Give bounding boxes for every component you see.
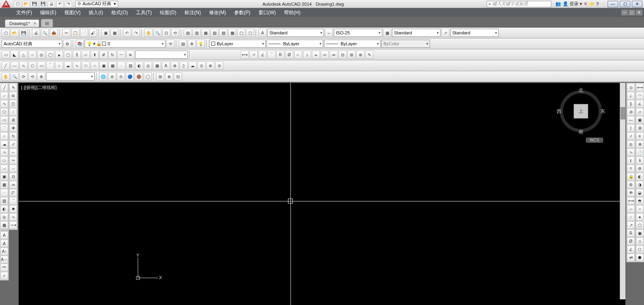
open-icon[interactable]: 📂	[22, 1, 30, 7]
new-tab-button[interactable]: ▤	[41, 19, 53, 27]
join-icon[interactable]: ⫘	[9, 181, 17, 189]
coincident-icon[interactable]: ⊙	[627, 84, 635, 91]
maximize-button[interactable]: ▢	[620, 1, 630, 7]
redo-icon[interactable]: ↷	[65, 1, 72, 7]
save-icon[interactable]: 💾	[31, 1, 38, 7]
rectangle-icon[interactable]: ▭	[0, 116, 8, 124]
properties-icon[interactable]: ▤	[184, 29, 192, 37]
dimstyle-icon[interactable]: ↔	[325, 29, 333, 37]
makeblock-icon[interactable]: ▦	[108, 61, 117, 70]
point2-icon[interactable]: ·	[117, 61, 125, 70]
mirror-icon[interactable]: ◫	[9, 100, 17, 108]
blockins-icon[interactable]: ▦	[110, 29, 119, 37]
ellipsearc-icon[interactable]: ⌓	[91, 61, 99, 70]
scale-icon[interactable]: ⤢	[9, 140, 17, 148]
ucsworld-icon[interactable]: ⊞	[156, 72, 164, 80]
trim-icon[interactable]: ✂	[9, 157, 17, 164]
scaletext-icon[interactable]: A↕	[0, 248, 8, 255]
dimconvert-icon[interactable]: ⇄	[627, 254, 635, 261]
save-dwg-icon[interactable]: 💾	[19, 29, 28, 37]
vertical-icon[interactable]: |	[627, 124, 635, 132]
gradient2-icon[interactable]: ◐	[0, 205, 8, 213]
equal-icon[interactable]: =	[627, 165, 635, 172]
zoom-rt-icon[interactable]: 🔍	[153, 29, 161, 37]
dimalign-icon[interactable]: ↗	[627, 221, 635, 229]
blockdef-icon[interactable]: ▣	[102, 29, 110, 37]
dim-diameter-icon[interactable]: Ø	[285, 51, 293, 59]
linetype-dropdown[interactable]: ByLayer	[267, 40, 323, 48]
dim-radius-icon[interactable]: R	[276, 51, 284, 59]
smooth-icon[interactable]: ∿	[627, 148, 635, 156]
ucsprev-icon[interactable]: ⊗	[165, 72, 173, 80]
colinear-icon[interactable]: ⫽	[627, 132, 635, 140]
matchprop-icon[interactable]: 🖌	[89, 29, 97, 37]
dim-angular-icon[interactable]: ∠	[258, 51, 267, 59]
dim-baseline-icon[interactable]: ⫨	[312, 51, 320, 59]
ucsface-icon[interactable]: ⊟	[174, 72, 182, 80]
sphere-icon[interactable]: ○	[28, 51, 36, 59]
revcloud2-icon[interactable]: ☁	[189, 61, 197, 70]
break-icon[interactable]: ⊟	[9, 173, 17, 180]
extend-icon[interactable]: →	[9, 165, 17, 172]
solidhistory-dropdown[interactable]	[135, 51, 188, 59]
viewconcept-icon[interactable]: ⊘	[108, 72, 116, 80]
ucs-icon[interactable]: X Y	[134, 254, 162, 283]
lineweight-dropdown[interactable]: ByLayer	[324, 40, 381, 48]
viewshade2-icon[interactable]: 🟤	[135, 72, 143, 80]
namedview-dropdown[interactable]	[46, 72, 95, 80]
inq-a-icon[interactable]: ◐	[636, 173, 644, 180]
zoom-prev-icon[interactable]: ⟲	[171, 29, 179, 37]
inq-g-icon[interactable]: ▢	[636, 221, 644, 229]
inq-d-icon[interactable]: ◓	[636, 197, 644, 205]
steeringwheel-icon[interactable]: ⊕	[37, 72, 45, 80]
orbitfree-icon[interactable]: ⟲	[28, 72, 36, 80]
viewport-label[interactable]: [-][俯视][二维线框]	[21, 85, 57, 91]
dist-icon[interactable]: ⟷	[636, 84, 644, 91]
polygon-icon[interactable]: ⬠	[28, 61, 36, 70]
presspull-icon[interactable]: ⇵	[100, 51, 108, 59]
circle2-icon[interactable]: ○	[0, 132, 8, 140]
close-tab-icon[interactable]: ✕	[33, 21, 36, 25]
dimdia-icon[interactable]: Ø	[627, 237, 635, 245]
viewcube[interactable]: 北 南 西 东 上	[557, 87, 605, 136]
mdi-min[interactable]: —	[621, 10, 628, 15]
layer-prev-icon[interactable]: ⟲	[166, 40, 174, 48]
dimhorz-icon[interactable]: ↔	[627, 205, 635, 213]
erase-icon[interactable]: ✎	[9, 84, 17, 91]
unused1-icon[interactable]: ⊙	[197, 61, 205, 70]
dim-aligned-icon[interactable]: ↗	[250, 51, 258, 59]
torus-icon[interactable]: ◯	[46, 51, 54, 59]
help-icon[interactable]: ?	[596, 2, 599, 6]
insert2-icon[interactable]: ▣	[100, 61, 108, 70]
viewreal-icon[interactable]: 🌐	[99, 72, 107, 80]
menu-dimension[interactable]: 标注(N)	[180, 8, 205, 17]
planarsurf-icon[interactable]: ▱	[82, 51, 90, 59]
table2-icon[interactable]: ▦	[153, 61, 161, 70]
cone-icon[interactable]: △	[19, 51, 28, 59]
publish-icon[interactable]: 📤	[50, 29, 58, 37]
menu-window[interactable]: 窗口(W)	[254, 8, 280, 17]
wedge-icon[interactable]: ◣	[11, 51, 19, 59]
viewcube-top[interactable]: 上	[574, 104, 588, 119]
workspace-settings-icon[interactable]: ⚙	[63, 40, 71, 48]
dimlinear-icon[interactable]: ⟷	[627, 197, 635, 205]
mtext-icon[interactable]: A	[162, 61, 170, 70]
addsel-icon[interactable]: ⊕	[171, 61, 179, 70]
menu-insert[interactable]: 插入(I)	[85, 8, 107, 17]
scrollbar-thumb[interactable]	[621, 107, 625, 119]
dimradius-icon[interactable]: R	[627, 229, 635, 237]
dim-linear-icon[interactable]: ⟷	[241, 51, 249, 59]
new-dwg-icon[interactable]: ▢	[2, 29, 10, 37]
revolve-icon[interactable]: ↻	[108, 51, 117, 59]
viewcube-south[interactable]: 南	[578, 129, 583, 136]
spellcheck-icon[interactable]: ✓	[0, 272, 8, 280]
toolpal-icon[interactable]: ▦	[201, 29, 210, 37]
plotstyle-dropdown[interactable]: ByColor	[381, 40, 430, 48]
workspace-dropdown[interactable]: ⚙ AutoCAD 经典 ▾	[75, 1, 118, 7]
dimvert-icon[interactable]: ↕	[627, 213, 635, 221]
circle-icon[interactable]: ○	[55, 61, 63, 70]
dimang-icon[interactable]: ∠	[627, 246, 635, 253]
chamfer-icon[interactable]: ◸	[9, 189, 17, 197]
helix-icon[interactable]: §	[73, 51, 81, 59]
tablestyle-dropdown[interactable]: Standard	[392, 29, 441, 37]
